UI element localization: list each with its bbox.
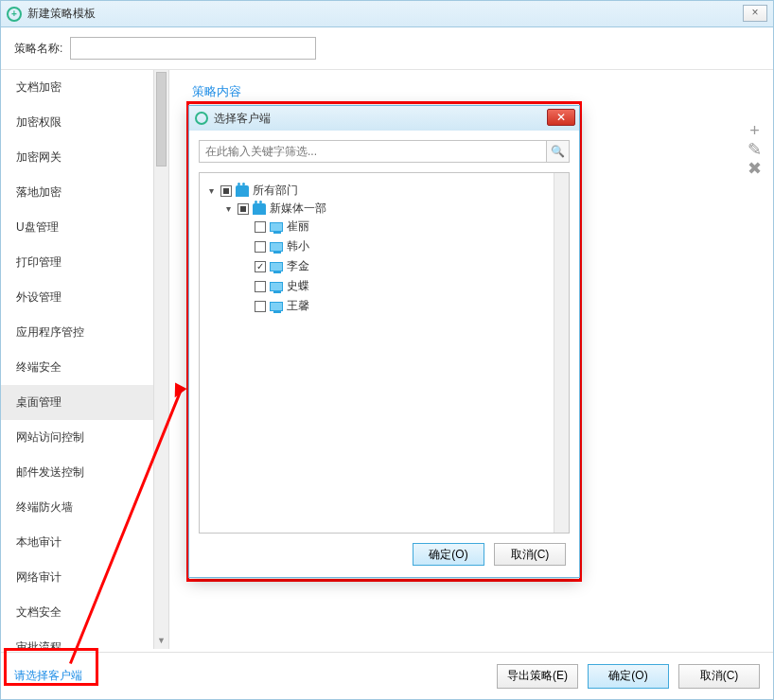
client-icon — [270, 302, 283, 311]
sidebar-item[interactable]: 审批流程 — [1, 630, 168, 649]
client-icon — [270, 242, 283, 252]
sidebar-item[interactable]: 文档安全 — [1, 595, 168, 630]
titlebar: + 新建策略模板 × — [1, 1, 773, 27]
dialog-button-row: 确定(O) 取消(C) — [413, 543, 566, 566]
sidebar-item[interactable]: U盘管理 — [1, 210, 168, 245]
search-button[interactable]: 🔍 — [546, 141, 569, 162]
tree-node-member[interactable]: 李金 — [239, 258, 563, 274]
dialog-cancel-button[interactable]: 取消(C) — [494, 543, 566, 566]
client-tree[interactable]: ▾所有部门▾新媒体一部崔丽韩小李金史蝶王馨 — [205, 181, 563, 320]
tree-label: 王馨 — [287, 298, 309, 314]
tree-node-member[interactable]: 韩小 — [239, 238, 563, 254]
tree-label: 新媒体一部 — [270, 201, 326, 217]
tree-node-dept[interactable]: ▾新媒体一部 — [222, 201, 563, 217]
sidebar-item[interactable]: 网站访问控制 — [1, 420, 168, 455]
dialog-app-icon — [195, 112, 208, 125]
client-icon — [270, 282, 283, 291]
sidebar-item[interactable]: 桌面管理 — [1, 385, 168, 420]
group-icon — [253, 203, 266, 215]
sidebar-item[interactable]: 落地加密 — [1, 175, 168, 210]
tree-label: 李金 — [287, 258, 309, 274]
main-window: + 新建策略模板 × 策略名称: 文档加密加密权限加密网关落地加密U盘管理打印管… — [0, 0, 774, 700]
dialog-titlebar: 选择客户端 ✕ — [189, 106, 579, 131]
tree-label: 史蝶 — [287, 278, 309, 294]
sidebar: 文档加密加密权限加密网关落地加密U盘管理打印管理外设管理应用程序管控终端安全桌面… — [1, 70, 169, 649]
policy-name-input[interactable] — [70, 37, 316, 60]
select-client-link[interactable]: 请选择客户端 — [14, 668, 82, 684]
client-icon — [270, 222, 283, 232]
section-title: 策略内容 — [192, 83, 754, 100]
tree-label: 所有部门 — [253, 183, 298, 199]
footer-ok-button[interactable]: 确定(O) — [588, 664, 669, 689]
tree-scrollbar[interactable] — [554, 173, 569, 533]
sidebar-scroll-thumb[interactable] — [156, 72, 167, 166]
checkbox-icon[interactable] — [220, 185, 232, 197]
panel-action-icons: + ✎ ✖ — [748, 121, 762, 178]
checkbox-icon[interactable] — [237, 203, 249, 215]
sidebar-item[interactable]: 网络审计 — [1, 560, 168, 595]
collapse-icon[interactable]: ▾ — [222, 203, 234, 214]
footer-cancel-button[interactable]: 取消(C) — [678, 664, 760, 689]
edit-icon[interactable]: ✎ — [748, 140, 762, 159]
checkbox-icon[interactable] — [255, 241, 266, 253]
dialog-body: 🔍 ▾所有部门▾新媒体一部崔丽韩小李金史蝶王馨 — [189, 131, 579, 543]
sidebar-item[interactable]: 应用程序管控 — [1, 315, 168, 350]
collapse-icon[interactable]: ▾ — [205, 185, 217, 196]
select-client-dialog: 选择客户端 ✕ 🔍 ▾所有部门▾新媒体一部崔丽韩小李金史蝶王馨 确定(O) 取消… — [188, 105, 580, 578]
export-policy-button[interactable]: 导出策略(E) — [497, 664, 578, 689]
client-icon — [270, 262, 283, 271]
scroll-down-icon[interactable]: ▼ — [154, 636, 168, 649]
add-icon[interactable]: + — [748, 121, 762, 140]
sidebar-scrollbar[interactable]: ▲ ▼ — [153, 70, 168, 649]
checkbox-icon[interactable] — [255, 261, 266, 272]
window-close-button[interactable]: × — [743, 5, 767, 22]
search-icon: 🔍 — [551, 145, 565, 158]
sidebar-item[interactable]: 文档加密 — [1, 70, 168, 105]
sidebar-item[interactable]: 邮件发送控制 — [1, 455, 168, 490]
checkbox-icon[interactable] — [255, 221, 266, 233]
sidebar-item[interactable]: 终端安全 — [1, 350, 168, 385]
tree-node-member[interactable]: 王馨 — [239, 298, 563, 314]
tree-node-member[interactable]: 崔丽 — [239, 219, 563, 235]
tree-label: 崔丽 — [287, 219, 309, 235]
sidebar-item[interactable]: 终端防火墙 — [1, 490, 168, 525]
app-icon: + — [7, 7, 22, 22]
footer: 请选择客户端 导出策略(E) 确定(O) 取消(C) — [1, 652, 773, 699]
sidebar-item[interactable]: 加密网关 — [1, 140, 168, 175]
dialog-ok-button[interactable]: 确定(O) — [413, 543, 484, 566]
dialog-title: 选择客户端 — [214, 111, 271, 127]
tree-node-root[interactable]: ▾所有部门 — [205, 183, 563, 199]
sidebar-item[interactable]: 本地审计 — [1, 525, 168, 560]
delete-icon[interactable]: ✖ — [748, 159, 762, 178]
checkbox-icon[interactable] — [255, 301, 266, 312]
window-title: 新建策略模板 — [27, 6, 96, 22]
tree-node-member[interactable]: 史蝶 — [239, 278, 563, 294]
checkbox-icon[interactable] — [255, 281, 266, 292]
search-input[interactable] — [200, 141, 546, 162]
search-box: 🔍 — [199, 140, 570, 163]
policy-name-label: 策略名称: — [14, 41, 62, 57]
sidebar-item[interactable]: 加密权限 — [1, 105, 168, 140]
policy-name-row: 策略名称: — [1, 27, 773, 70]
group-icon — [236, 185, 249, 197]
tree-label: 韩小 — [287, 238, 309, 254]
sidebar-item[interactable]: 打印管理 — [1, 245, 168, 280]
sidebar-item[interactable]: 外设管理 — [1, 280, 168, 315]
dialog-close-button[interactable]: ✕ — [547, 109, 575, 126]
client-tree-panel: ▾所有部门▾新媒体一部崔丽韩小李金史蝶王馨 — [199, 172, 570, 534]
